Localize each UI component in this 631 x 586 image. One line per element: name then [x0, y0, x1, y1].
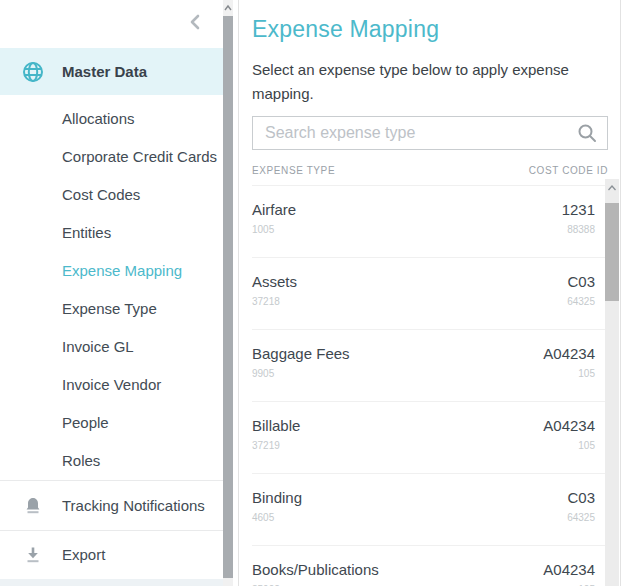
expense-type-cell: Airfare 1005: [252, 201, 296, 257]
sidebar-item[interactable]: Expense Type: [0, 290, 223, 328]
sidebar-item[interactable]: People: [0, 404, 223, 442]
list-scrollbar[interactable]: [605, 179, 619, 586]
bell-icon: [23, 496, 43, 516]
sidebar-section-label: Master Data: [62, 63, 147, 80]
expense-type-cell: Binding 4605: [252, 489, 302, 545]
app-window: Master Data Allocations Corporate Credit…: [0, 0, 631, 586]
expense-type-id: 1005: [252, 224, 296, 235]
page-scrollbar[interactable]: [223, 0, 233, 586]
expense-type-cell: Books/Publications 85902: [252, 561, 379, 586]
search-input[interactable]: [252, 116, 608, 150]
cost-code-id: A04234: [543, 345, 595, 362]
download-icon: [23, 545, 43, 565]
cost-code-cell: C03 64325: [567, 273, 595, 329]
cost-code-cell: A04234 105: [543, 417, 595, 473]
expense-type-row[interactable]: Assets 37218 C03 64325: [252, 258, 608, 330]
cost-code-sub-id: 105: [543, 368, 595, 379]
cost-code-id: C03: [567, 489, 595, 506]
list-scrollbar-thumb[interactable]: [605, 203, 619, 301]
cost-code-sub-id: 88388: [562, 224, 595, 235]
sidebar-item[interactable]: Expense Mapping: [0, 252, 223, 290]
cost-code-id: A04234: [543, 417, 595, 434]
expense-type-id: 37218: [252, 296, 297, 307]
sidebar: Master Data Allocations Corporate Credit…: [0, 0, 223, 586]
page-scrollbar-thumb[interactable]: [223, 16, 233, 578]
expense-type-name: Books/Publications: [252, 561, 379, 578]
cost-code-id: A04234: [543, 561, 595, 578]
expense-type-id: 4605: [252, 512, 302, 523]
column-header-cost-code-id: COST CODE ID: [529, 165, 608, 176]
cost-code-cell: A04234 105: [543, 345, 595, 401]
cost-code-id: 1231: [562, 201, 595, 218]
sidebar-item-master-data[interactable]: Master Data: [0, 48, 223, 95]
column-header-expense-type: EXPENSE TYPE: [252, 165, 335, 176]
search-icon[interactable]: [577, 123, 597, 143]
expense-type-row[interactable]: Binding 4605 C03 64325: [252, 474, 608, 546]
expense-type-row[interactable]: Books/Publications 85902 A04234 105: [252, 546, 608, 586]
page-description: Select an expense type below to apply ex…: [252, 58, 604, 106]
expense-type-cell: Billable 37219: [252, 417, 300, 473]
expense-type-row[interactable]: Baggage Fees 9905 A04234 105: [252, 330, 608, 402]
sidebar-item-label: Tracking Notifications: [62, 497, 205, 514]
expense-type-list: Airfare 1005 1231 88388 Assets 37218: [252, 186, 608, 586]
collapse-sidebar-icon[interactable]: [185, 12, 205, 32]
cost-code-id: C03: [567, 273, 595, 290]
page-title: Expense Mapping: [252, 16, 607, 43]
expense-type-name: Billable: [252, 417, 300, 434]
search-box: [252, 116, 607, 150]
cost-code-sub-id: 64325: [567, 296, 595, 307]
expense-type-name: Binding: [252, 489, 302, 506]
table-header: EXPENSE TYPE COST CODE ID: [252, 165, 608, 186]
sidebar-item[interactable]: Corporate Credit Cards: [0, 138, 223, 176]
expense-type-cell: Baggage Fees 9905: [252, 345, 350, 401]
expense-type-id: 9905: [252, 368, 350, 379]
sidebar-item[interactable]: Allocations: [0, 100, 223, 138]
sidebar-item-export[interactable]: Export: [0, 530, 223, 578]
cost-code-cell: A04234 105: [543, 561, 595, 586]
cost-code-sub-id: 64325: [567, 512, 595, 523]
sidebar-item[interactable]: Invoice GL: [0, 328, 223, 366]
globe-icon: [22, 61, 44, 83]
sidebar-item[interactable]: Entities: [0, 214, 223, 252]
sidebar-item[interactable]: Roles: [0, 442, 223, 480]
list-scroll-up-icon[interactable]: [607, 183, 617, 193]
sidebar-menu: Allocations Corporate Credit Cards Cost …: [0, 95, 223, 480]
expense-type-cell: Assets 37218: [252, 273, 297, 329]
cost-code-sub-id: 105: [543, 440, 595, 451]
expense-type-row[interactable]: Billable 37219 A04234 105: [252, 402, 608, 474]
sidebar-item[interactable]: Invoice Vendor: [0, 366, 223, 404]
expense-type-row[interactable]: Airfare 1005 1231 88388: [252, 186, 608, 258]
expense-type-id: 37219: [252, 440, 300, 451]
expense-type-name: Assets: [252, 273, 297, 290]
cost-code-cell: 1231 88388: [562, 201, 595, 257]
right-margin: [621, 0, 631, 586]
sidebar-item-tracking-notifications[interactable]: Tracking Notifications: [0, 480, 223, 530]
cost-code-cell: C03 64325: [567, 489, 595, 545]
sidebar-next-item-edge: [0, 579, 223, 586]
expense-mapping-panel: Expense Mapping Select an expense type b…: [239, 0, 621, 586]
sidebar-item[interactable]: Cost Codes: [0, 176, 223, 214]
scroll-up-icon[interactable]: [223, 2, 233, 14]
expense-type-name: Baggage Fees: [252, 345, 350, 362]
expense-type-name: Airfare: [252, 201, 296, 218]
sidebar-header: [0, 0, 223, 48]
sidebar-item-label: Export: [62, 546, 105, 563]
